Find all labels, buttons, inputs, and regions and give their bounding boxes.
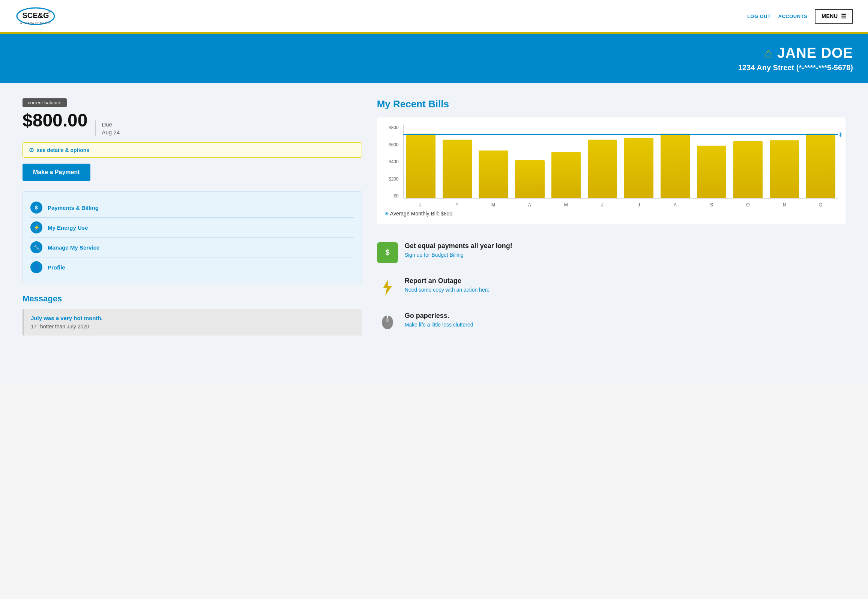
hero-name-row: ⌂ JANE DOE	[15, 45, 853, 61]
nav-item-label: My Energy Use	[48, 224, 88, 231]
avg-star-icon: ✳	[838, 131, 843, 139]
main-content: current balance $800.00 Due Aug 24 ⊙ see…	[0, 83, 868, 384]
y-label-400: $400	[389, 159, 399, 164]
bolt-icon: ⚡	[30, 221, 42, 233]
nav-item-label: Payments & Billing	[48, 205, 99, 211]
x-label: S	[694, 202, 729, 208]
hero-banner: ⌂ JANE DOE 1234 Any Street (*-****-***5-…	[0, 34, 868, 83]
bar-wrap	[404, 125, 438, 198]
avg-note: ✳ Average Monthly Bill: $800.	[384, 211, 838, 217]
bar-wrap	[549, 125, 583, 198]
bills-title: My Recent Bills	[377, 98, 845, 110]
due-date: Due Aug 24	[95, 120, 120, 136]
accounts-link[interactable]: ACCOUNTS	[778, 14, 808, 19]
svg-text:SCE&G: SCE&G	[22, 11, 49, 20]
left-column: current balance $800.00 Due Aug 24 ⊙ see…	[23, 98, 362, 369]
promo-budget-title: Get equal payments all year long!	[405, 242, 512, 250]
lightning-bolt-icon	[378, 278, 397, 297]
chart-container: $800 $600 $400 $200 $0 ✳ JFMAMJJASOND	[384, 125, 838, 208]
account-address: 1234 Any Street (*-****-***5-5678)	[15, 63, 853, 72]
x-label: J	[622, 202, 656, 208]
svg-text:A SCANA COMPANY: A SCANA COMPANY	[20, 22, 51, 24]
logo-svg: SCE&G ® A SCANA COMPANY	[15, 6, 56, 27]
bar-wrap	[622, 125, 656, 198]
x-label: J	[403, 202, 438, 208]
x-label: J	[585, 202, 620, 208]
promo-paperless-title: Go paperless.	[405, 312, 473, 320]
make-payment-button[interactable]: Make a Payment	[23, 164, 90, 181]
dollar-sign-icon: $	[381, 246, 394, 259]
promo-outage-link[interactable]: Need some copy with an action here	[405, 287, 490, 293]
average-line: ✳	[403, 134, 838, 135]
bar-wrap	[694, 125, 729, 198]
chart-bar	[733, 141, 763, 198]
star-icon: ✳	[384, 211, 390, 217]
house-icon: ⌂	[764, 46, 773, 60]
budget-icon: $	[377, 242, 398, 263]
menu-label: MENU	[821, 13, 838, 19]
promo-outage: Report an Outage Need some copy with an …	[377, 270, 845, 305]
messages-section: Messages July was a very hot month. 17° …	[23, 294, 362, 336]
chart-bar	[624, 138, 653, 198]
chart-bar	[443, 140, 472, 198]
due-label: Due	[102, 121, 113, 128]
x-label: M	[476, 202, 511, 208]
paperless-icon	[377, 312, 398, 333]
message-box: July was a very hot month. 17° hotter th…	[23, 309, 362, 336]
message-body: 17° hotter than July 2020.	[31, 324, 355, 330]
user-name: JANE DOE	[777, 45, 853, 61]
svg-marker-6	[383, 279, 392, 296]
x-label: A	[658, 202, 692, 208]
nav-energy-use[interactable]: ⚡ My Energy Use	[30, 218, 354, 238]
promo-budget-link[interactable]: Sign up for Budget Billing	[405, 252, 464, 258]
chart-bar	[515, 160, 544, 198]
x-label: D	[803, 202, 838, 208]
details-button[interactable]: ⊙ see details & options	[23, 142, 362, 158]
due-date-value: Aug 24	[102, 129, 120, 135]
nav-item-label: Manage My Service	[48, 244, 99, 251]
messages-title: Messages	[23, 294, 362, 304]
bar-wrap	[585, 125, 620, 198]
bar-wrap	[731, 125, 765, 198]
chart-x-labels: JFMAMJJASOND	[403, 202, 838, 208]
nav-profile[interactable]: 👤 Profile	[30, 257, 354, 277]
message-headline: July was a very hot month.	[31, 315, 355, 321]
y-label-600: $600	[389, 142, 399, 147]
y-label-800: $800	[389, 125, 399, 130]
nav-item-label: Profile	[48, 264, 65, 271]
chart-bars	[403, 125, 838, 199]
dollar-icon: $	[30, 202, 42, 214]
nav-manage-service[interactable]: 🔧 Manage My Service	[30, 238, 354, 257]
chart-bar	[406, 134, 436, 198]
chart-bar	[697, 146, 726, 198]
logout-link[interactable]: LOG OUT	[747, 14, 771, 19]
nav-payments-billing[interactable]: $ Payments & Billing	[30, 198, 354, 218]
top-nav: LOG OUT ACCOUNTS MENU ☰	[747, 9, 853, 24]
x-label: O	[731, 202, 765, 208]
menu-button[interactable]: MENU ☰	[815, 9, 853, 24]
details-link-text: see details & options	[37, 147, 89, 153]
x-label: F	[440, 202, 474, 208]
balance-label: current balance	[23, 98, 67, 107]
balance-row: $800.00 Due Aug 24	[23, 110, 362, 136]
promo-outage-title: Report an Outage	[405, 277, 490, 285]
bar-wrap	[440, 125, 475, 198]
svg-text:$: $	[385, 248, 389, 256]
promo-paperless-link[interactable]: Make life a little less cluttered	[405, 322, 473, 328]
balance-section: current balance $800.00 Due Aug 24 ⊙ see…	[23, 98, 362, 191]
svg-point-9	[386, 318, 389, 322]
logo: SCE&G ® A SCANA COMPANY	[15, 6, 56, 27]
person-icon: 👤	[30, 261, 42, 273]
bar-wrap	[512, 125, 547, 198]
chart-bar	[661, 134, 690, 198]
bar-wrap	[803, 125, 838, 198]
x-label: A	[512, 202, 547, 208]
chart-bar	[551, 152, 581, 198]
bar-wrap	[767, 125, 802, 198]
x-label: M	[549, 202, 583, 208]
wrench-icon: 🔧	[30, 241, 42, 253]
chart-bar	[770, 140, 799, 198]
outage-icon	[377, 277, 398, 298]
balance-amount: $800.00	[23, 110, 88, 131]
y-label-0: $0	[393, 193, 398, 199]
